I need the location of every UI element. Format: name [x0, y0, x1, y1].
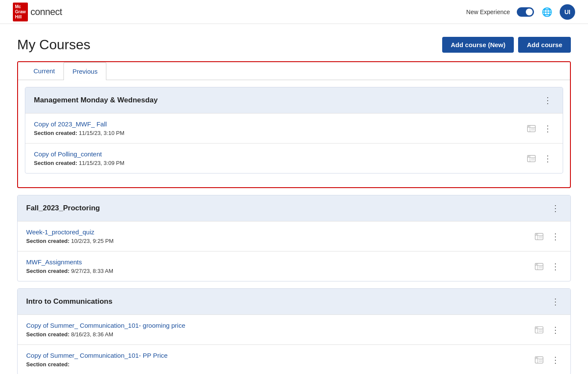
- course-group-fall-proctoring-title: Fall_2023_Proctoring: [26, 204, 100, 212]
- tabs-bar: Current Previous: [18, 62, 570, 80]
- course-group-intro-communications: Intro to Communications ⋮ Copy of Summer…: [17, 288, 571, 374]
- table-row: Copy of Summer_ Communication_101- PP Pr…: [18, 344, 570, 374]
- course-section-actions: ⋮: [525, 122, 554, 135]
- course-group-management-menu[interactable]: ⋮: [542, 93, 554, 107]
- page-header: My Courses Add course (New) Add course: [17, 37, 571, 53]
- course-section-actions: ⋮: [533, 353, 562, 367]
- roster-icon[interactable]: [525, 124, 537, 133]
- add-course-button[interactable]: Add course: [518, 37, 571, 53]
- course-section-name[interactable]: Copy of Summer_ Communication_101- groom…: [26, 322, 185, 329]
- table-row: Week-1_proctored_quiz Section created: 1…: [18, 221, 570, 251]
- course-section-date: Section created: 11/15/23, 3:10 PM: [34, 130, 525, 136]
- course-section-date: Section created: 8/16/23, 8:36 AM: [26, 331, 533, 338]
- table-row: MWF_Assignments Section created: 9/27/23…: [18, 251, 570, 281]
- page-title: My Courses: [17, 37, 90, 53]
- course-section-info: MWF_Assignments Section created: 9/27/23…: [26, 258, 533, 274]
- svg-point-21: [536, 263, 537, 265]
- roster-icon[interactable]: [533, 232, 545, 241]
- course-section-menu[interactable]: ⋮: [549, 323, 562, 337]
- page-content: My Courses Add course (New) Add course C…: [0, 24, 588, 374]
- course-section-name[interactable]: Copy of Summer_ Communication_101- PP Pr…: [26, 352, 168, 359]
- course-group-fall-proctoring-header: Fall_2023_Proctoring ⋮: [18, 195, 570, 221]
- roster-icon[interactable]: [533, 325, 545, 335]
- course-section-date: Section created: 10/2/23, 9:25 PM: [26, 238, 533, 244]
- course-group-management: Management Monday & Wednesday ⋮ Copy of …: [25, 87, 563, 174]
- course-section-info: Week-1_proctored_quiz Section created: 1…: [26, 228, 533, 244]
- table-row: Copy of 2023_MWF_ Fall Section created: …: [25, 113, 563, 143]
- roster-icon[interactable]: [525, 154, 537, 163]
- course-section-menu[interactable]: ⋮: [542, 122, 554, 135]
- course-section-info: Copy of Polling_content Section created:…: [34, 150, 525, 166]
- add-course-new-button[interactable]: Add course (New): [442, 37, 514, 53]
- svg-point-33: [536, 357, 537, 358]
- course-section-menu[interactable]: ⋮: [549, 353, 562, 367]
- course-section-name[interactable]: Copy of Polling_content: [34, 150, 102, 158]
- course-group-intro-communications-title: Intro to Communications: [26, 297, 112, 306]
- course-section-name[interactable]: Week-1_proctored_quiz: [26, 228, 94, 236]
- course-group-fall-proctoring: Fall_2023_Proctoring ⋮ Week-1_proctored_…: [17, 195, 571, 281]
- svg-point-3: [528, 126, 530, 127]
- course-section-actions: ⋮: [533, 260, 562, 273]
- course-section-menu[interactable]: ⋮: [549, 230, 562, 243]
- course-section-info: Copy of 2023_MWF_ Fall Section created: …: [34, 120, 525, 136]
- course-section-actions: ⋮: [533, 230, 562, 243]
- new-experience-toggle[interactable]: [517, 7, 534, 17]
- logo-area: Mc Graw Hill connect: [13, 3, 62, 21]
- connect-brand: connect: [30, 6, 62, 18]
- svg-point-15: [536, 233, 537, 235]
- course-section-menu[interactable]: ⋮: [549, 260, 562, 273]
- course-group-management-header: Management Monday & Wednesday ⋮: [25, 87, 563, 113]
- course-group-fall-proctoring-menu[interactable]: ⋮: [549, 201, 562, 215]
- course-section-actions: ⋮: [525, 152, 554, 165]
- course-section-date: Section created: 11/15/23, 3:09 PM: [34, 160, 525, 166]
- course-group-intro-communications-header: Intro to Communications ⋮: [18, 289, 570, 314]
- user-avatar[interactable]: UI: [560, 4, 575, 20]
- header-right: New Experience 🌐 UI: [466, 4, 575, 20]
- highlighted-course-groups: Management Monday & Wednesday ⋮ Copy of …: [18, 80, 570, 187]
- tab-previous[interactable]: Previous: [63, 62, 106, 80]
- course-section-info: Copy of Summer_ Communication_101- groom…: [26, 322, 533, 338]
- course-section-name[interactable]: MWF_Assignments: [26, 258, 82, 266]
- course-section-menu[interactable]: ⋮: [542, 152, 554, 165]
- course-section-name[interactable]: Copy of 2023_MWF_ Fall: [34, 120, 107, 128]
- mcgraw-hill-logo: Mc Graw Hill: [13, 3, 28, 21]
- course-group-management-title: Management Monday & Wednesday: [34, 96, 158, 105]
- table-row: Copy of Polling_content Section created:…: [25, 143, 563, 173]
- table-row: Copy of Summer_ Communication_101- groom…: [18, 314, 570, 344]
- course-group-intro-communications-menu[interactable]: ⋮: [549, 295, 562, 308]
- globe-icon[interactable]: 🌐: [541, 6, 553, 18]
- course-section-date: Section created: 9/27/23, 8:33 AM: [26, 268, 533, 274]
- tab-current[interactable]: Current: [25, 62, 63, 80]
- course-section-date: Section created:: [26, 361, 533, 368]
- svg-point-9: [528, 156, 530, 157]
- highlighted-section: Current Previous Management Monday & Wed…: [17, 61, 571, 188]
- course-section-info: Copy of Summer_ Communication_101- PP Pr…: [26, 352, 533, 368]
- svg-point-27: [536, 327, 537, 328]
- header-buttons: Add course (New) Add course: [442, 37, 571, 53]
- app-header: Mc Graw Hill connect New Experience 🌐 UI: [0, 0, 588, 24]
- course-section-actions: ⋮: [533, 323, 562, 337]
- new-experience-label: New Experience: [466, 9, 510, 15]
- roster-icon[interactable]: [533, 262, 545, 271]
- roster-icon[interactable]: [533, 355, 545, 365]
